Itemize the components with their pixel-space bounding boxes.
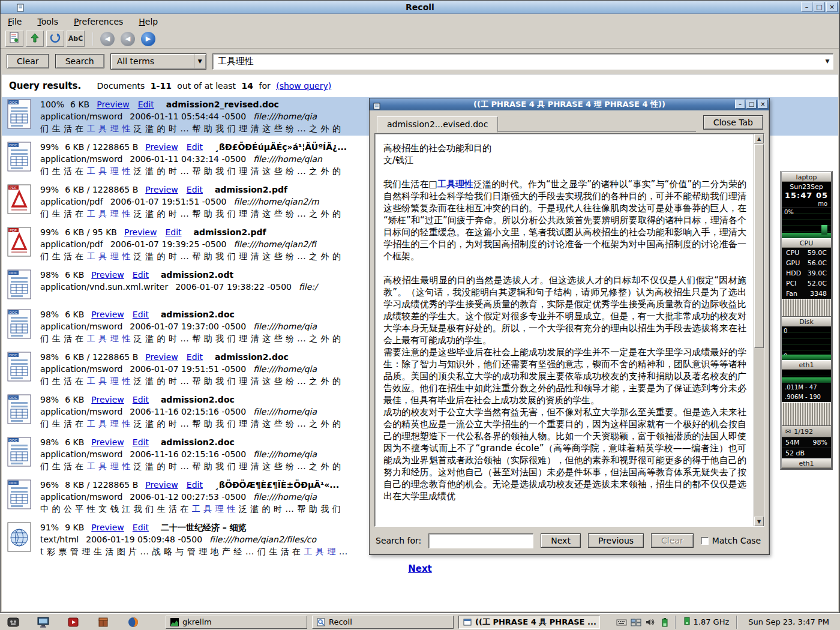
abc-icon: ÂbĈ	[68, 35, 83, 43]
result-mime: application/pdf	[40, 239, 103, 249]
mem-used: 54M	[785, 437, 800, 448]
preview-link[interactable]: Preview	[145, 352, 178, 362]
menu-preferences[interactable]: Preferences	[73, 16, 124, 28]
recoll-mini-icon	[317, 618, 325, 626]
scrollbar-thumb[interactable]	[754, 144, 764, 348]
match-case-option[interactable]: Match Case	[701, 536, 761, 545]
preview-link[interactable]: Preview	[91, 523, 124, 532]
close-tab-button[interactable]: Close Tab	[703, 115, 763, 130]
preview-minimize-button[interactable]: –	[735, 100, 745, 109]
next-page-button[interactable]: ▶	[141, 32, 155, 46]
term-explorer-button[interactable]: ÂbĈ	[67, 31, 85, 47]
preview-scrollbar[interactable]: ▲ ▼	[754, 134, 764, 526]
preview-link[interactable]: Preview	[97, 100, 130, 109]
power-icon[interactable]	[659, 617, 670, 628]
edit-link[interactable]: Edit	[133, 310, 149, 319]
edit-link[interactable]: Edit	[187, 352, 203, 362]
edit-link[interactable]: Edit	[187, 142, 203, 152]
result-url: file:///home/qian2/files/co	[209, 535, 316, 544]
gkrellm-cpu-chart: 0%	[782, 207, 831, 238]
edit-link[interactable]: Edit	[138, 100, 154, 109]
cpufreq-icon	[683, 617, 691, 627]
preview-link[interactable]: Preview	[145, 142, 178, 152]
preview-maximize-button[interactable]: □	[746, 100, 757, 109]
taskbar-clock[interactable]: Sun Sep 23, 3:47 PM	[742, 617, 836, 626]
edit-link[interactable]: Edit	[133, 523, 149, 532]
first-page-button[interactable]: ◀	[100, 32, 115, 46]
cpu-frequency-applet: 1.87 GHz	[681, 617, 732, 627]
update-index-button[interactable]	[46, 31, 64, 47]
result-mime: application/msword	[40, 449, 122, 459]
gkrellm-mail-row[interactable]: ✉ 1/192	[782, 426, 831, 437]
launcher-1-icon[interactable]	[6, 616, 20, 629]
search-button[interactable]: Search	[55, 54, 104, 68]
window-title: Recoll	[1, 2, 839, 12]
launcher-display-icon[interactable]	[36, 616, 50, 629]
launcher-package-icon[interactable]	[96, 616, 110, 629]
preview-link[interactable]: Preview	[145, 185, 178, 194]
search-query-input[interactable]: 工具理性 ▼	[212, 53, 833, 70]
result-url: file:///home/qia	[253, 322, 317, 331]
recoll-titlebar[interactable]: Recoll – □ ×	[1, 1, 839, 14]
task-button-recoll[interactable]: Recoll	[312, 616, 454, 629]
maximize-button[interactable]: □	[814, 2, 825, 12]
scroll-down-icon[interactable]: ▼	[754, 517, 764, 526]
menu-tools[interactable]: Tools	[36, 16, 59, 28]
preview-link[interactable]: Preview	[91, 395, 124, 404]
edit-link[interactable]: Edit	[187, 480, 203, 490]
gkrellm-cpu-label[interactable]: CPU	[782, 238, 831, 248]
launcher-firefox-icon[interactable]	[126, 616, 140, 629]
preview-clear-button[interactable]: Clear	[651, 533, 694, 548]
edit-link[interactable]: Edit	[133, 270, 149, 280]
close-button[interactable]: ×	[826, 2, 838, 12]
preview-link[interactable]: Preview	[91, 310, 124, 319]
edit-link[interactable]: Edit	[133, 437, 149, 447]
query-history-chevron-icon[interactable]: ▼	[822, 58, 833, 64]
result-relevance: 98%	[40, 352, 59, 362]
edit-link[interactable]: Edit	[187, 185, 203, 194]
match-case-checkbox[interactable]	[701, 537, 709, 545]
launcher-media-icon[interactable]	[66, 616, 80, 629]
preview-previous-button[interactable]: Previous	[588, 533, 644, 548]
sort-button[interactable]	[26, 31, 44, 47]
highlighted-term: 工 具 理	[304, 547, 336, 556]
result-size: 6 KB	[65, 270, 84, 280]
minimize-button[interactable]: –	[801, 2, 812, 12]
volume-icon[interactable]	[645, 617, 656, 628]
edit-link[interactable]: Edit	[133, 395, 149, 404]
task-button-phrase4phrase[interactable]: ((工 PHRASE 4 具 PHRASE ...	[458, 616, 600, 629]
gkrellm-bottom-label[interactable]: eth1	[782, 458, 831, 468]
menu-file[interactable]: File	[7, 16, 23, 28]
preview-titlebar[interactable]: ((工 PHRASE 4 具 PHRASE 4 理 PHRASE 4 性)) –…	[370, 98, 769, 110]
gkrellm-hostname[interactable]: laptop	[782, 172, 831, 182]
next-results-link[interactable]: Next	[408, 563, 432, 574]
prev-page-button[interactable]: ◀	[121, 32, 135, 46]
search-mode-select[interactable]: All terms ▼	[110, 53, 206, 70]
gkrellm-window[interactable]: laptop Sun23Sep 15:47 05 mo 0% CPU CPU59…	[780, 171, 833, 470]
svg-text:DOC: DOC	[10, 353, 18, 357]
preview-tab[interactable]: admission2...evised.doc	[377, 116, 498, 133]
result-snippet: 们 生 活 在 工 具 理 性 泛 滥 的 时 ... 帮 助 我 们 理 清 …	[40, 332, 341, 344]
keyboard-icon[interactable]	[616, 617, 627, 628]
gkrellm-disk-label[interactable]: Disk	[782, 317, 831, 326]
preview-link[interactable]: Preview	[91, 270, 124, 280]
scroll-up-icon[interactable]: ▲	[754, 134, 764, 143]
task-button-gkrellm[interactable]: gkrellm	[166, 616, 307, 629]
preview-link[interactable]: Preview	[124, 227, 157, 237]
preview-close-button[interactable]: ×	[758, 100, 768, 109]
preview-next-button[interactable]: Next	[541, 533, 581, 548]
clear-button[interactable]: Clear	[7, 54, 49, 68]
preview-link[interactable]: Preview	[145, 480, 178, 490]
show-query-link[interactable]: (show query)	[276, 81, 331, 91]
menu-help[interactable]: Help	[137, 16, 159, 28]
result-date: 2006-11-16 02:15:16 -0500	[130, 407, 246, 416]
gkrellm-mem-row: 54M 98%	[782, 437, 831, 448]
result-mime: application/pdf	[40, 197, 103, 206]
preview-search-input[interactable]	[428, 533, 533, 548]
preview-link[interactable]: Preview	[91, 437, 124, 447]
gkrellm-eth1-label[interactable]: eth1	[782, 360, 831, 370]
edit-link[interactable]: Edit	[165, 227, 181, 237]
pager-icon[interactable]	[631, 617, 641, 628]
result-size: 8 KB / 1228865 B	[65, 480, 138, 490]
document-history-button[interactable]	[5, 31, 23, 47]
